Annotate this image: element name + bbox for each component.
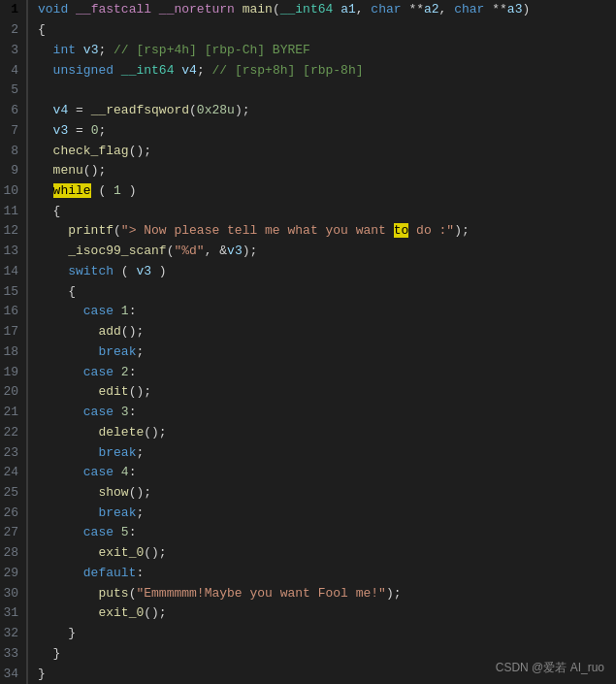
table-row: 15 { bbox=[0, 281, 616, 302]
line-number: 29 bbox=[0, 564, 27, 584]
code-line: v3 = 0; bbox=[27, 120, 616, 141]
code-line: { bbox=[27, 201, 616, 221]
code-line: edit(); bbox=[27, 382, 616, 403]
code-line: show(); bbox=[27, 483, 616, 504]
watermark: CSDN @爱若 AI_ruo bbox=[496, 660, 604, 676]
code-line: puts("Emmmmmm!Maybe you want Fool me!"); bbox=[27, 583, 616, 603]
table-row: 5 bbox=[0, 81, 616, 101]
table-row: 16 case 1: bbox=[0, 302, 616, 322]
code-line: { bbox=[27, 20, 616, 41]
table-row: 7 v3 = 0; bbox=[0, 120, 616, 141]
code-line: break; bbox=[27, 442, 616, 463]
line-number: 7 bbox=[0, 120, 27, 141]
code-line: exit_0(); bbox=[27, 603, 616, 624]
line-number: 26 bbox=[0, 503, 27, 523]
line-number: 6 bbox=[0, 101, 27, 121]
code-line: case 4: bbox=[27, 463, 616, 483]
code-line: case 3: bbox=[27, 403, 616, 423]
table-row: 28 exit_0(); bbox=[0, 543, 616, 564]
table-row: 14 switch ( v3 ) bbox=[0, 262, 616, 282]
line-number: 4 bbox=[0, 60, 27, 81]
line-number: 15 bbox=[0, 281, 27, 302]
line-number: 13 bbox=[0, 242, 27, 262]
code-line: switch ( v3 ) bbox=[27, 262, 616, 282]
table-row: 11 { bbox=[0, 201, 616, 221]
line-number: 33 bbox=[0, 644, 27, 665]
code-line: default: bbox=[27, 564, 616, 584]
table-row: 27 case 5: bbox=[0, 523, 616, 543]
line-number: 2 bbox=[0, 20, 27, 41]
line-number: 24 bbox=[0, 463, 27, 483]
table-row: 17 add(); bbox=[0, 322, 616, 342]
table-row: 26 break; bbox=[0, 503, 616, 523]
line-number: 17 bbox=[0, 322, 27, 342]
line-number: 22 bbox=[0, 422, 27, 442]
line-number: 28 bbox=[0, 543, 27, 564]
code-line: case 5: bbox=[27, 523, 616, 543]
line-number: 27 bbox=[0, 523, 27, 543]
table-row: 12 printf("> Now please tell me what you… bbox=[0, 221, 616, 242]
code-line: _isoc99_scanf("%d", &v3); bbox=[27, 242, 616, 262]
line-number: 10 bbox=[0, 181, 27, 202]
code-line: menu(); bbox=[27, 161, 616, 181]
code-line: while ( 1 ) bbox=[27, 181, 616, 202]
line-number: 16 bbox=[0, 302, 27, 322]
table-row: 30 puts("Emmmmmm!Maybe you want Fool me!… bbox=[0, 583, 616, 603]
line-number: 31 bbox=[0, 603, 27, 624]
code-line: printf("> Now please tell me what you wa… bbox=[27, 221, 616, 242]
line-number: 25 bbox=[0, 483, 27, 504]
line-number: 12 bbox=[0, 221, 27, 242]
code-line: v4 = __readfsqword(0x28u); bbox=[27, 101, 616, 121]
code-line: void __fastcall __noreturn main(__int64 … bbox=[27, 0, 616, 20]
line-number: 20 bbox=[0, 382, 27, 403]
code-line: check_flag(); bbox=[27, 141, 616, 161]
code-table: 1 void __fastcall __noreturn main(__int6… bbox=[0, 0, 616, 684]
table-row: 9 menu(); bbox=[0, 161, 616, 181]
table-row: 25 show(); bbox=[0, 483, 616, 504]
table-row: 2 { bbox=[0, 20, 616, 41]
table-row: 24 case 4: bbox=[0, 463, 616, 483]
line-number: 14 bbox=[0, 262, 27, 282]
line-number: 23 bbox=[0, 442, 27, 463]
line-number: 8 bbox=[0, 141, 27, 161]
code-line: int v3; // [rsp+4h] [rbp-Ch] BYREF bbox=[27, 40, 616, 60]
table-row: 18 break; bbox=[0, 342, 616, 362]
table-row: 4 unsigned __int64 v4; // [rsp+8h] [rbp-… bbox=[0, 60, 616, 81]
table-row: 29 default: bbox=[0, 564, 616, 584]
line-number: 18 bbox=[0, 342, 27, 362]
line-number: 1 bbox=[0, 0, 27, 20]
line-number: 3 bbox=[0, 40, 27, 60]
line-number: 5 bbox=[0, 81, 27, 101]
line-number: 11 bbox=[0, 201, 27, 221]
code-line bbox=[27, 81, 616, 101]
line-number: 21 bbox=[0, 403, 27, 423]
code-line: case 2: bbox=[27, 362, 616, 382]
code-line: break; bbox=[27, 342, 616, 362]
line-number: 9 bbox=[0, 161, 27, 181]
table-row: 10 while ( 1 ) bbox=[0, 181, 616, 202]
table-row: 23 break; bbox=[0, 442, 616, 463]
code-container: 1 void __fastcall __noreturn main(__int6… bbox=[0, 0, 616, 684]
table-row: 32 } bbox=[0, 624, 616, 644]
table-row: 1 void __fastcall __noreturn main(__int6… bbox=[0, 0, 616, 20]
table-row: 31 exit_0(); bbox=[0, 603, 616, 624]
code-line: delete(); bbox=[27, 422, 616, 442]
table-row: 22 delete(); bbox=[0, 422, 616, 442]
table-row: 8 check_flag(); bbox=[0, 141, 616, 161]
code-line: case 1: bbox=[27, 302, 616, 322]
table-row: 19 case 2: bbox=[0, 362, 616, 382]
line-number: 30 bbox=[0, 583, 27, 603]
code-line: add(); bbox=[27, 322, 616, 342]
code-line: exit_0(); bbox=[27, 543, 616, 564]
code-line: } bbox=[27, 624, 616, 644]
code-line: { bbox=[27, 281, 616, 302]
table-row: 21 case 3: bbox=[0, 403, 616, 423]
table-row: 13 _isoc99_scanf("%d", &v3); bbox=[0, 242, 616, 262]
line-number: 32 bbox=[0, 624, 27, 644]
code-line: break; bbox=[27, 503, 616, 523]
table-row: 20 edit(); bbox=[0, 382, 616, 403]
table-row: 3 int v3; // [rsp+4h] [rbp-Ch] BYREF bbox=[0, 40, 616, 60]
line-number: 19 bbox=[0, 362, 27, 382]
table-row: 6 v4 = __readfsqword(0x28u); bbox=[0, 101, 616, 121]
line-number: 34 bbox=[0, 664, 27, 684]
